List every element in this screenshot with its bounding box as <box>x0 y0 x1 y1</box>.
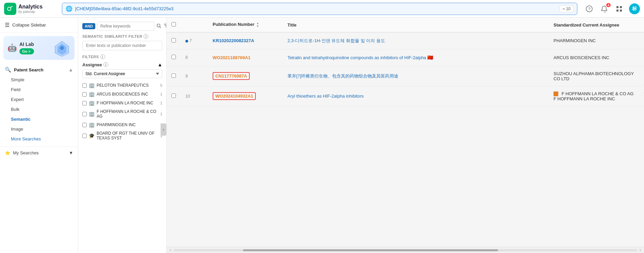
title-text[interactable]: 2,3-디히드로-1H-인덴 유도체 화합물 및 이의 용도 <box>287 38 385 43</box>
help-button[interactable]: ? <box>584 4 594 14</box>
row-checkbox[interactable] <box>171 55 176 59</box>
keyword-row: AND <box>82 22 162 31</box>
select-all-checkbox[interactable] <box>171 22 176 27</box>
building-icon: 🏢 <box>89 91 95 97</box>
my-searches-item[interactable]: ⭐ My Searches ▼ <box>0 147 78 159</box>
th-publication-number[interactable]: Publication Number ▴▾ <box>208 18 283 32</box>
notification-button[interactable]: 4 <box>599 4 609 14</box>
patent-search-header[interactable]: 🔍 Patent Search ▲ <box>0 63 78 75</box>
table-row: 7 KR1020220082327A 2,3-디히드로-1H-인덴 유도체 화합… <box>167 32 644 49</box>
logo-text: Analytics by patsnap <box>18 3 43 14</box>
panel-scroll-handle[interactable]: ‹ <box>161 123 167 136</box>
assignee-cell: PHARMINOGEN INC <box>549 32 644 49</box>
similarity-input[interactable] <box>82 41 162 50</box>
scroll-left-arrow[interactable]: ‹ <box>167 248 174 252</box>
sidebar-item-field[interactable]: Field <box>0 85 78 95</box>
svg-text:?: ? <box>588 7 591 12</box>
row-number: 9 <box>181 66 208 86</box>
filter-options-button[interactable] <box>163 23 167 30</box>
assignee-text: ARCUS BIOSCIENCES INC <box>554 55 609 60</box>
title-cell: 2,3-디히드로-1H-인덴 유도체 화합물 및 이의 용도 <box>283 32 549 49</box>
scroll-track[interactable] <box>174 249 637 251</box>
row-checkbox[interactable] <box>171 73 176 78</box>
patent-search-section: 🔍 Patent Search ▲ Simple Field Expert Bu… <box>0 63 78 147</box>
building-icon: 🏢 <box>89 83 95 88</box>
pub-link-boxed[interactable]: WO2024104932A1 <box>213 92 256 100</box>
search-input[interactable] <box>75 6 557 11</box>
pub-number-cell: CN117776987A <box>208 66 283 86</box>
sidebar-item-more[interactable]: More Searches <box>0 134 78 144</box>
user-avatar[interactable]: 标 <box>629 3 640 14</box>
assignee-checkbox-pharminogen[interactable] <box>82 123 87 127</box>
assignee-item: 🎓 BOARD OF RGT THE UNIV OF TEXAS SYST 1 <box>82 129 162 142</box>
brand-name: Analytics <box>18 3 43 10</box>
sidebar-item-image[interactable]: Image <box>0 124 78 134</box>
ai-lab-label: AI Lab <box>19 41 34 47</box>
assignee-checkbox-arcus[interactable] <box>82 92 87 97</box>
svg-rect-7 <box>616 10 618 12</box>
ai-lab-go-button[interactable]: Go > <box>19 48 34 54</box>
pub-link-boxed[interactable]: CN117776987A <box>213 72 250 80</box>
assignee-dropdown[interactable]: Std. Current Assignee <box>82 69 162 78</box>
horizontal-scrollbar[interactable]: ‹ › <box>167 247 644 253</box>
title-cell: Tetralin and tetrahydroquinoline compoun… <box>283 49 549 66</box>
row-number: 8 <box>181 49 208 66</box>
sidebar-item-bulk[interactable]: Bulk <box>0 104 78 114</box>
assignee-text: F HOFFMANN LA ROCHE & CO AGF HOFFMANN LA… <box>554 91 633 102</box>
assignee-cell: ARCUS BIOSCIENCES INC <box>549 49 644 66</box>
collapse-label: Collapse Sidebar <box>12 22 46 28</box>
sidebar: ☰ Collapse Sidebar 🤖 AI Lab Go > 🔍 <box>0 18 78 253</box>
row-checkbox[interactable] <box>171 38 176 43</box>
svg-point-12 <box>157 24 160 27</box>
pub-number-cell: WO2021188769A1 <box>208 49 283 66</box>
assignee-checkbox-peloton[interactable] <box>82 83 87 88</box>
th-assignee: Standardized Current Assignee <box>549 18 644 32</box>
assignee-collapse-icon[interactable]: ▲ <box>158 62 162 67</box>
title-cell: 苯并[7]环烯类衍生物、包含其的药物组合物及其医药用途 <box>283 66 549 86</box>
and-button[interactable]: AND <box>82 23 95 29</box>
title-text[interactable]: Aryl thioethers as HIF-2alpha inhibitors <box>287 94 364 99</box>
scroll-right-arrow[interactable]: › <box>637 248 643 252</box>
title-cell: Aryl thioethers as HIF-2alpha inhibitors <box>283 86 549 106</box>
building-icon: 🏢 <box>89 100 95 106</box>
grid-menu-button[interactable] <box>614 4 624 14</box>
similarity-info-icon[interactable]: i <box>144 34 148 39</box>
title-text[interactable]: 苯并[7]环烯类衍生物、包含其的药物组合物及其医药用途 <box>287 73 398 79</box>
assignee-checkbox-fhoffmann-inc[interactable] <box>82 101 87 105</box>
sidebar-item-expert[interactable]: Expert <box>0 95 78 104</box>
keyword-input[interactable] <box>97 22 154 31</box>
svg-rect-5 <box>616 6 618 8</box>
logo-area: Analytics by patsnap <box>4 3 59 15</box>
assignee-info-icon[interactable]: i <box>103 62 108 67</box>
similarity-section: SEMANTIC SIMILARITY FILTER i <box>82 34 162 50</box>
th-title: Title <box>283 18 549 32</box>
similarity-label: SEMANTIC SIMILARITY FILTER i <box>82 34 162 39</box>
filter-panel: AND SEMANTIC SIMILARITY FILTER i <box>78 18 167 253</box>
sort-arrows-pub[interactable]: ▴▾ <box>257 22 259 28</box>
assignee-checkbox-univ-texas[interactable] <box>82 134 87 138</box>
pub-number-cell: KR1020220082327A <box>208 32 283 49</box>
row-checkbox[interactable] <box>171 94 176 98</box>
scroll-thumb[interactable] <box>243 249 498 251</box>
title-text[interactable]: Tetralin and tetrahydroquinoline compoun… <box>287 55 433 60</box>
results-table-wrapper[interactable]: Publication Number ▴▾ Title Standardized… <box>167 18 644 247</box>
pub-link[interactable]: WO2021188769A1 <box>213 55 250 60</box>
table-row: 9 CN117776987A 苯并[7]环烯类衍生物、包含其的药物组合物及其医药… <box>167 66 644 86</box>
results-table: Publication Number ▴▾ Title Standardized… <box>167 18 644 106</box>
patent-search-label: Patent Search <box>14 67 44 72</box>
assignee-text: PHARMINOGEN INC <box>554 38 596 43</box>
sidebar-item-simple[interactable]: Simple <box>0 75 78 85</box>
ai-lab-graphic <box>53 39 70 56</box>
keyword-search-button[interactable] <box>156 23 161 29</box>
sidebar-item-semantic[interactable]: Semantic <box>0 114 78 124</box>
main-search-bar: 🌐 ≈ 10 <box>62 3 577 15</box>
results-area: Publication Number ▴▾ Title Standardized… <box>167 18 644 253</box>
pub-link[interactable]: KR1020220082327A <box>213 38 254 43</box>
assignee-checkbox-fhoffmann-co[interactable] <box>82 112 87 116</box>
collapse-section-icon: ▲ <box>68 67 73 72</box>
approx-count: ≈ 10 <box>560 5 574 12</box>
my-searches-icon: ⭐ <box>5 150 10 155</box>
filters-info-icon[interactable]: i <box>100 54 105 59</box>
my-searches-label: My Searches <box>13 150 39 155</box>
collapse-sidebar-button[interactable]: ☰ Collapse Sidebar <box>0 18 78 33</box>
